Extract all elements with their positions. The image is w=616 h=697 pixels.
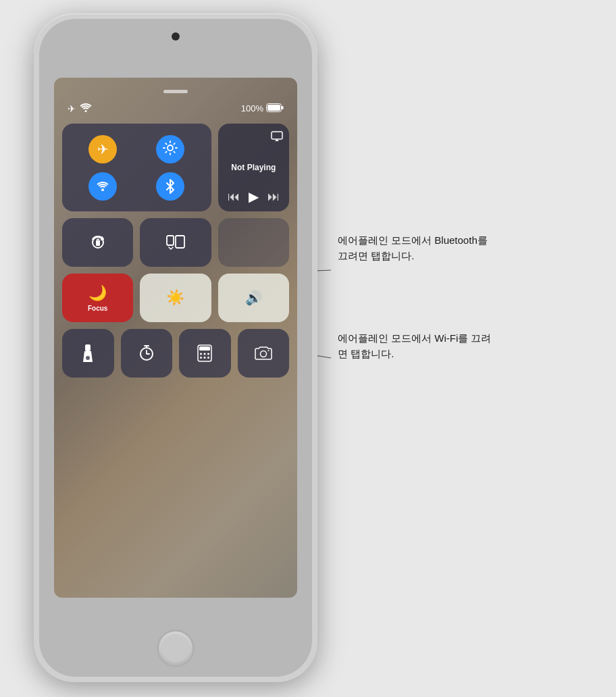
wifi-button[interactable]: [70, 169, 135, 203]
screen-content: ✈ 100%: [54, 78, 297, 598]
moon-icon: 🌙: [88, 284, 107, 302]
wifi-annotation-text: 에어플레인 모드에서 Wi-Fi를 끄려면 탭합니다.: [338, 332, 491, 359]
svg-rect-5: [282, 106, 284, 109]
svg-point-21: [207, 353, 209, 355]
camera-tile[interactable]: [238, 329, 290, 378]
svg-point-6: [168, 145, 173, 151]
calculator-icon: [197, 344, 212, 362]
bluetooth-icon: [165, 179, 176, 194]
svg-rect-13: [176, 236, 184, 248]
screen-mirror-tile[interactable]: [140, 218, 211, 267]
flashlight-icon: [83, 344, 93, 362]
not-playing-label: Not Playing: [231, 163, 276, 172]
brightness-icon: ☀️: [166, 289, 184, 307]
status-bar: ✈ 100%: [62, 100, 289, 117]
svg-point-26: [267, 350, 269, 351]
bluetooth-button[interactable]: [138, 169, 203, 203]
svg-point-7: [101, 188, 104, 191]
svg-point-19: [200, 353, 202, 355]
brightness-tile[interactable]: ☀️: [140, 274, 211, 322]
svg-point-2: [85, 110, 87, 112]
now-playing-text-container: Not Playing: [224, 161, 284, 173]
screen-rotation-tile[interactable]: [62, 218, 133, 267]
empty-tile: [218, 218, 289, 267]
svg-point-22: [200, 357, 202, 359]
nowplaying-header: [224, 130, 284, 145]
wifi-annotation: 에어플레인 모드에서 Wi-Fi를 끄려면 탭합니다.: [338, 331, 493, 361]
camera-icon: [255, 346, 272, 361]
volume-tile[interactable]: 🔊: [218, 274, 289, 322]
battery-icon: [266, 103, 284, 114]
svg-point-20: [204, 353, 206, 355]
svg-point-25: [260, 351, 266, 357]
svg-rect-14: [85, 344, 91, 351]
airdrop-icon-circle: [156, 135, 184, 163]
svg-point-23: [204, 357, 206, 359]
airplane-mode-icon: ✈: [68, 103, 76, 114]
rotation-lock-icon: [89, 234, 107, 251]
rewind-icon[interactable]: ⏮: [228, 190, 240, 204]
bluetooth-annotation-text: 에어플레인 모드에서 Bluetooth를 끄려면 탭합니다.: [338, 234, 488, 261]
cc-row1: ✈: [62, 124, 289, 211]
device: ✈ 100%: [34, 14, 317, 682]
device-screen: ✈ 100%: [54, 78, 297, 598]
wifi-icon: [95, 180, 110, 192]
mirror-icon: [166, 235, 185, 250]
svg-point-15: [86, 356, 90, 360]
bluetooth-icon-circle: [156, 172, 184, 201]
front-camera: [172, 32, 180, 41]
cc-row3: 🌙 Focus ☀️ 🔊: [62, 274, 289, 322]
flashlight-tile[interactable]: [62, 329, 114, 378]
page-container: ✈ 100%: [0, 0, 616, 697]
media-controls[interactable]: ⏮ ▶ ⏭: [224, 188, 284, 205]
focus-tile[interactable]: 🌙 Focus: [62, 274, 133, 322]
wifi-icon-circle: [88, 172, 117, 201]
svg-rect-4: [267, 105, 280, 111]
wifi-status-icon: [80, 103, 92, 114]
timer-icon: [138, 344, 155, 362]
network-tile: ✈: [62, 124, 211, 211]
volume-icon: 🔊: [245, 290, 262, 306]
now-playing-tile[interactable]: Not Playing ⏮ ▶ ⏭: [218, 124, 289, 211]
airplane-icon-circle: ✈: [88, 135, 117, 163]
svg-rect-12: [167, 236, 174, 245]
calculator-tile[interactable]: [179, 329, 231, 378]
bluetooth-annotation: 에어플레인 모드에서 Bluetooth를 끄려면 탭합니다.: [338, 233, 493, 263]
home-button[interactable]: [157, 629, 195, 667]
battery-percentage: 100%: [241, 103, 263, 113]
airdrop-button[interactable]: [138, 132, 203, 166]
fast-forward-icon[interactable]: ⏭: [267, 190, 280, 204]
cc-row2: [62, 218, 289, 267]
annotations-container: 에어플레인 모드에서 Bluetooth를 끄려면 탭합니다. 에어플레인 모드…: [331, 0, 601, 697]
svg-rect-18: [199, 346, 210, 351]
svg-point-24: [207, 357, 209, 359]
drag-handle[interactable]: [62, 90, 289, 93]
airplay-icon: [270, 130, 284, 145]
cc-row4: [62, 329, 289, 378]
play-icon[interactable]: ▶: [249, 188, 259, 205]
network-grid: ✈: [66, 128, 207, 207]
airplane-icon: ✈: [97, 141, 109, 157]
status-right: 100%: [241, 103, 284, 114]
timer-tile[interactable]: [121, 329, 173, 378]
focus-label: Focus: [88, 305, 107, 312]
airplane-button[interactable]: ✈: [70, 132, 135, 166]
svg-rect-8: [272, 132, 282, 139]
status-left: ✈: [68, 103, 92, 114]
airdrop-icon: [163, 140, 178, 158]
